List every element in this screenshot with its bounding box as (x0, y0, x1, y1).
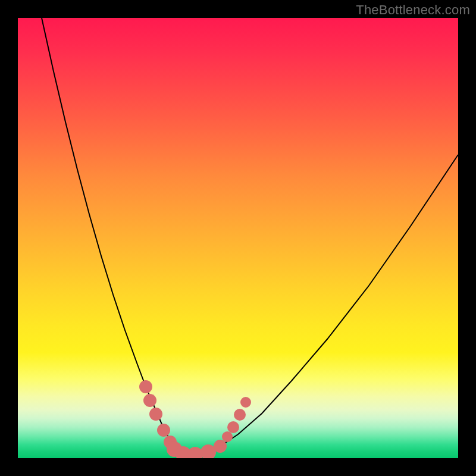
bead-marker (149, 408, 162, 421)
plot-area (18, 18, 458, 458)
beads-group (139, 380, 251, 458)
bead-marker (139, 380, 152, 393)
bottleneck-curve-svg (18, 18, 458, 458)
bead-marker (234, 409, 246, 421)
bead-marker (227, 421, 239, 433)
bead-marker (214, 440, 227, 453)
watermark-text: TheBottleneck.com (356, 2, 470, 18)
chart-frame: TheBottleneck.com (0, 0, 476, 476)
bead-marker (143, 394, 156, 407)
bead-marker (240, 397, 251, 408)
bottleneck-curve (42, 18, 458, 455)
bead-marker (222, 431, 233, 442)
bead-marker (157, 424, 170, 437)
